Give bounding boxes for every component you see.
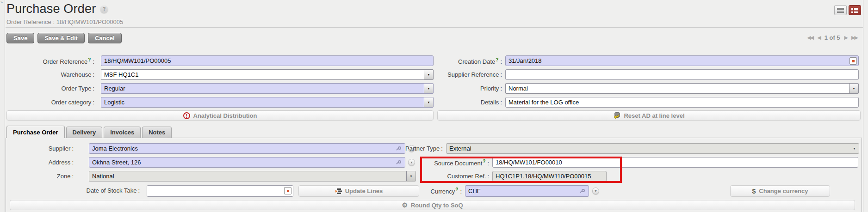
dropdown-arrow-icon: ▼	[406, 171, 415, 181]
order-type-label: Order Type:	[6, 85, 94, 92]
dollar-icon: $	[752, 188, 756, 195]
purchase-order-tab-panel: Supplier: Joma Electronics ▼ Address: Ok…	[6, 138, 862, 212]
dropdown-arrow-icon[interactable]: ▼	[424, 70, 433, 79]
notebook-tabs: Purchase Order Delivery Invoices Notes	[6, 126, 173, 138]
record-pager: ◀◀ ◀ 1 of 5 ▶ ▶▶	[807, 34, 857, 41]
currency-open-icon[interactable]: ▼	[592, 188, 599, 194]
source-document-label: Source Document?:	[418, 159, 489, 167]
form-view-button[interactable]	[849, 5, 861, 15]
tab-invoices[interactable]: Invoices	[104, 127, 141, 138]
calendar-icon[interactable]	[849, 57, 857, 65]
address-label: Address:	[6, 159, 74, 166]
purchase-order-screen: » Purchase Order ? Order Reference : 18/…	[0, 0, 868, 212]
order-reference-subtitle: Order Reference : 18/HQ/MW101/PO00005	[6, 18, 123, 25]
order-reference-label: Order Reference?:	[6, 57, 94, 65]
view-switcher	[834, 5, 861, 15]
zone-label: Zone:	[6, 173, 74, 180]
pager-count: 1 of 5	[825, 34, 840, 41]
dropdown-arrow-icon[interactable]: ▼	[849, 84, 858, 93]
expand-chevrons-icon[interactable]: »	[0, 0, 2, 5]
first-record-icon[interactable]: ◀◀	[807, 35, 813, 41]
reset-ad-button[interactable]: Reset AD at line level	[437, 110, 861, 121]
form-view-icon	[851, 8, 858, 13]
source-document-input[interactable]: 18/HQ/MW101/FO00010	[492, 157, 858, 168]
priority-label: Priority:	[440, 85, 502, 92]
sidebar-expand-strip[interactable]: »	[0, 0, 5, 212]
reset-database-icon	[613, 112, 620, 119]
list-view-icon	[837, 8, 844, 13]
help-mark: ?	[455, 187, 458, 192]
creation-date-label: Creation Date?:	[440, 57, 502, 65]
last-record-icon[interactable]: ▶▶	[851, 35, 857, 41]
supplier-input[interactable]: Joma Electronics	[89, 143, 405, 154]
list-view-button[interactable]	[834, 5, 847, 15]
warehouse-select[interactable]: MSF HQ1C1▼	[101, 69, 434, 80]
currency-input[interactable]: CHF	[465, 185, 589, 197]
order-type-select[interactable]: Regular▼	[101, 83, 434, 94]
address-open-icon[interactable]: ▼	[408, 159, 415, 166]
date-of-stock-take-label: Date of Stock Take:	[6, 187, 140, 194]
order-category-select[interactable]: Logistic▼	[101, 97, 434, 108]
tab-delivery[interactable]: Delivery	[66, 127, 103, 138]
search-icon[interactable]	[398, 160, 401, 164]
partner-type-field: External▼	[446, 143, 859, 154]
order-reference-input[interactable]: 18/HQ/MW101/PO00005	[101, 55, 434, 66]
change-currency-button[interactable]: $Change currency	[730, 185, 830, 197]
previous-record-icon[interactable]: ◀	[817, 35, 820, 41]
warning-icon: !	[183, 112, 190, 119]
search-icon[interactable]	[582, 189, 585, 192]
warehouse-label: Warehouse:	[6, 71, 94, 78]
calendar-icon[interactable]	[284, 187, 291, 194]
order-category-label: Order category:	[6, 99, 94, 106]
zone-select: National▼	[89, 171, 416, 182]
help-mark: ?	[496, 57, 498, 62]
customer-ref-label: Customer Ref.:	[418, 173, 489, 180]
next-record-icon[interactable]: ▶	[844, 35, 847, 41]
update-lines-button[interactable]: Update Lines	[298, 185, 419, 197]
creation-date-input[interactable]: 31/Jan/2018	[505, 55, 859, 66]
gear-icon: ⚙	[402, 201, 408, 209]
save-and-edit-button[interactable]: Save & Edit	[37, 33, 85, 43]
page-title: Purchase Order	[6, 2, 96, 16]
title-help-icon[interactable]: ?	[100, 6, 108, 13]
supplier-reference-input[interactable]	[505, 69, 859, 80]
toolbar: Save Save & Edit Cancel	[6, 33, 122, 43]
details-input[interactable]: Material for the LOG office	[505, 97, 859, 108]
supplier-label: Supplier:	[6, 145, 74, 152]
date-of-stock-take-input[interactable]	[147, 185, 293, 197]
main-content: Purchase Order ? Order Reference : 18/HQ…	[6, 0, 863, 212]
update-lines-icon	[335, 188, 342, 194]
search-icon[interactable]	[398, 146, 401, 150]
customer-ref-field: HQ1C1P1.18/HQ/MW110/PO00015	[492, 171, 607, 182]
partner-type-label: Partner Type:	[405, 145, 442, 152]
currency-label: Currency?:	[420, 187, 462, 195]
tab-notes[interactable]: Notes	[142, 127, 172, 138]
dropdown-arrow-icon[interactable]: ▼	[424, 97, 433, 107]
priority-select[interactable]: Normal▼	[505, 83, 859, 94]
details-label: Details:	[440, 99, 502, 106]
help-mark: ?	[88, 57, 91, 62]
tab-purchase-order[interactable]: Purchase Order	[6, 126, 65, 138]
round-qty-button[interactable]: ⚙Round Qty to SoQ	[10, 200, 855, 210]
save-button[interactable]: Save	[6, 33, 34, 43]
supplier-reference-label: Supplier Reference:	[440, 71, 502, 78]
dropdown-arrow-icon: ▼	[853, 147, 856, 150]
help-mark: ?	[483, 159, 485, 164]
header-divider	[6, 27, 863, 28]
cancel-button[interactable]: Cancel	[88, 33, 122, 43]
dropdown-arrow-icon[interactable]: ▼	[424, 84, 433, 93]
address-input[interactable]: Okhna Street, 126	[89, 157, 405, 168]
analytical-distribution-button[interactable]: !Analytical Distribution	[6, 110, 434, 121]
